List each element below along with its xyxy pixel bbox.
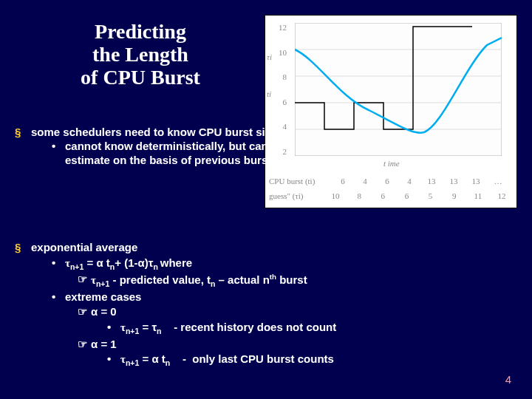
section1-sub: cannot know deterministically, but can e… (65, 140, 281, 168)
section1-text: some schedulers need to know CPU burst s… (31, 126, 277, 140)
predicted-value-line: τn+1 - predicted value, tn – actual nth … (91, 272, 307, 289)
page-number: 4 (505, 373, 511, 386)
y-label-tau: τi (267, 52, 272, 61)
slide-title: Predicting the Length of CPU Burst (44, 21, 236, 89)
section-1: §some schedulers need to know CPU burst … (15, 126, 281, 167)
alpha-zero-label: α = 0 (91, 304, 117, 320)
alpha-zero-formula: τn+1 = τn - recent history does not coun… (120, 320, 336, 336)
formula-line: τn+1 = α tn+ (1-α)τn where (65, 256, 192, 272)
bullet-icon: § (15, 240, 31, 256)
alpha-one-formula: τn+1 = α tn - only last CPU burst counts (120, 352, 334, 368)
extreme-cases-label: extreme cases (65, 290, 141, 305)
burst-prediction-chart: 12108642 τi ti t ime CPU burst (ti) 6464… (265, 15, 517, 208)
guess-row-label: guess" (τi) (269, 191, 304, 200)
alpha-one-label: α = 1 (91, 337, 117, 352)
guess-values: 10866591112 (324, 191, 513, 200)
cpu-burst-values: 6464131313… (332, 177, 509, 185)
subbullet-icon: • (52, 256, 65, 272)
chart-plot-area (295, 23, 502, 156)
section2-text: exponential average (31, 240, 137, 256)
section-2: §exponential average •τn+1 = α tn+ (1-α)… (15, 240, 517, 369)
subsubbullet-icon: • (107, 320, 120, 336)
svg-rect-0 (295, 23, 502, 156)
subbullet-icon: • (52, 290, 65, 305)
y-label-t: ti (267, 89, 271, 98)
bullet-icon: § (15, 126, 31, 140)
finger-icon: ☞ (78, 337, 91, 352)
finger-icon: ☞ (78, 304, 91, 320)
subsubbullet-icon: • (107, 352, 120, 368)
cpu-burst-row-label: CPU burst (ti) (269, 177, 315, 185)
finger-icon: ☞ (78, 272, 91, 289)
subbullet-icon: • (52, 140, 65, 168)
x-axis-label: t ime (383, 159, 400, 168)
